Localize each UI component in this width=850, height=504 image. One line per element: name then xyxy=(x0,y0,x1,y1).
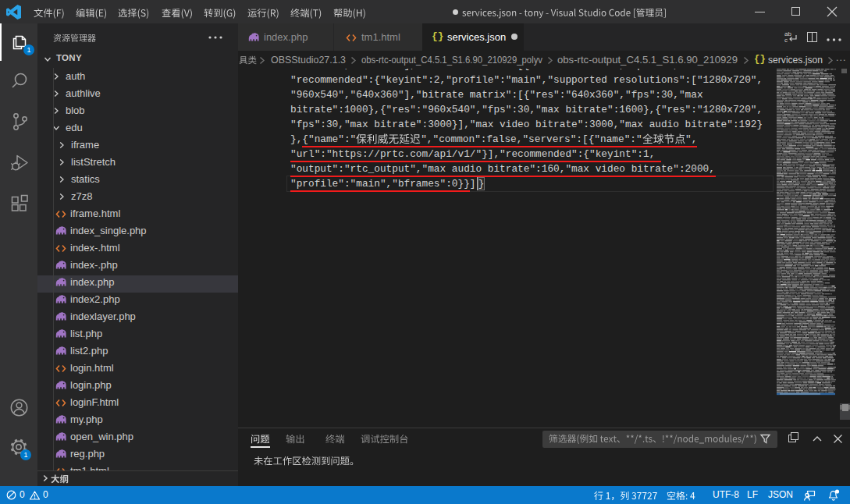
svg-text:c: c xyxy=(784,37,788,44)
